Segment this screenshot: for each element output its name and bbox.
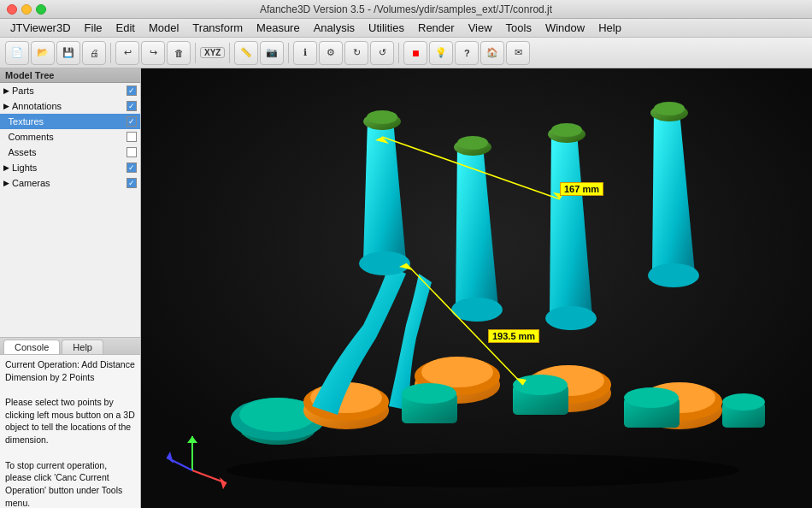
traffic-lights <box>0 4 46 15</box>
screenshot-button[interactable]: 📷 <box>260 41 284 65</box>
assets-checkbox[interactable] <box>127 147 137 157</box>
tree-item-textures[interactable]: Textures ✓ <box>0 114 140 129</box>
annotations-arrow: ▶ <box>3 102 9 110</box>
console-tabs: Console Help <box>0 338 140 355</box>
main-layout: Model Tree ▶ Parts ✓ ▶ Annotations ✓ Tex… <box>0 68 812 508</box>
annotations-label: Annotations <box>12 101 127 111</box>
comments-label: Comments <box>9 132 127 142</box>
sep1 <box>110 43 111 63</box>
textures-label: Textures <box>9 116 127 127</box>
tree-item-annotations[interactable]: ▶ Annotations ✓ <box>0 98 140 114</box>
open-button[interactable]: 📂 <box>31 41 55 65</box>
close-button[interactable] <box>7 4 17 15</box>
tree-item-comments[interactable]: Comments <box>0 129 140 145</box>
menu-window[interactable]: Window <box>538 20 591 36</box>
menu-render[interactable]: Render <box>411 20 462 36</box>
menu-tools[interactable]: Tools <box>499 20 538 36</box>
3d-scene <box>141 68 812 508</box>
lights-label: Lights <box>12 162 127 173</box>
save-button[interactable]: 💾 <box>56 41 80 65</box>
minimize-button[interactable] <box>21 4 32 15</box>
parts-checkbox[interactable]: ✓ <box>127 86 137 96</box>
mail-button[interactable]: ✉ <box>506 41 530 65</box>
window-title: Afanche3D Version 3.5 - /Volumes/ydir/sa… <box>260 3 552 15</box>
maximize-button[interactable] <box>36 4 46 15</box>
dimension-label-167: 167 mm <box>560 182 603 196</box>
comments-arrow <box>3 133 6 141</box>
comments-checkbox[interactable] <box>127 132 137 142</box>
undo-button[interactable]: ↩ <box>115 41 139 65</box>
menu-transform[interactable]: Transform <box>185 20 250 36</box>
menu-model[interactable]: Model <box>142 20 185 36</box>
measure-button[interactable]: 📏 <box>234 41 258 65</box>
question-button[interactable]: ? <box>455 41 479 65</box>
print-button[interactable]: 🖨 <box>82 41 106 65</box>
sep5 <box>398 43 399 63</box>
console-text: Current Operation: Add Distance Dimensio… <box>0 355 140 508</box>
stop-button[interactable]: ⏹ <box>403 41 427 65</box>
menu-analysis[interactable]: Analysis <box>307 20 362 36</box>
svg-point-26 <box>654 102 685 115</box>
svg-point-20 <box>457 136 488 150</box>
refresh-button[interactable]: ↻ <box>344 41 368 65</box>
svg-point-17 <box>367 110 397 124</box>
tab-help[interactable]: Help <box>62 340 103 354</box>
info-button[interactable]: ℹ <box>293 41 317 65</box>
assets-label: Assets <box>9 147 127 157</box>
console-line-3: To stop current operation, please click … <box>5 459 135 509</box>
menu-view[interactable]: View <box>462 20 499 36</box>
textures-checkbox[interactable]: ✓ <box>127 116 137 127</box>
console-line-1: Current Operation: Add Distance Dimensio… <box>5 358 135 383</box>
home-button[interactable]: 🏠 <box>480 41 504 65</box>
lights-checkbox[interactable]: ✓ <box>127 162 137 173</box>
menu-utilities[interactable]: Utilities <box>362 20 411 36</box>
svg-point-36 <box>227 453 739 487</box>
menu-help[interactable]: Help <box>591 20 628 36</box>
lights-arrow: ▶ <box>3 163 9 172</box>
cameras-label: Cameras <box>12 178 127 188</box>
svg-point-31 <box>513 375 568 395</box>
sep2 <box>195 43 196 63</box>
parts-arrow: ▶ <box>3 86 9 95</box>
tab-console[interactable]: Console <box>3 340 60 354</box>
svg-point-24 <box>545 306 597 330</box>
cameras-arrow: ▶ <box>3 179 9 187</box>
viewport[interactable]: 167 mm 193.5 mm <box>141 68 812 508</box>
dimension-label-193: 193.5 mm <box>488 329 539 343</box>
annotations-checkbox[interactable]: ✓ <box>127 101 137 111</box>
svg-point-33 <box>624 387 679 408</box>
svg-point-29 <box>402 383 456 404</box>
parts-label: Parts <box>12 86 127 96</box>
menu-edit[interactable]: Edit <box>109 20 142 36</box>
svg-point-9 <box>421 357 493 387</box>
menu-measure[interactable]: Measure <box>250 20 307 36</box>
assets-arrow <box>3 148 6 157</box>
svg-point-27 <box>648 263 699 287</box>
tree-item-lights[interactable]: ▶ Lights ✓ <box>0 160 140 175</box>
cameras-checkbox[interactable]: ✓ <box>127 178 137 188</box>
toolbar: 📄 📂 💾 🖨 ↩ ↪ 🗑 XYZ 📏 📷 ℹ ⚙ ↻ ↺ ⏹ 💡 ? 🏠 ✉ <box>0 38 812 68</box>
tree-item-assets[interactable]: Assets <box>0 145 140 160</box>
light-button[interactable]: 💡 <box>429 41 453 65</box>
console-area: Console Help Current Operation: Add Dist… <box>0 337 140 508</box>
xyz-label[interactable]: XYZ <box>200 47 225 58</box>
settings-button[interactable]: ⚙ <box>319 41 343 65</box>
svg-point-18 <box>359 251 410 275</box>
svg-point-23 <box>551 123 582 137</box>
new-button[interactable]: 📄 <box>5 41 29 65</box>
sep4 <box>288 43 289 63</box>
menubar: JTViewer3D File Edit Model Transform Mea… <box>0 19 812 38</box>
delete-button[interactable]: 🗑 <box>167 41 191 65</box>
console-line-2: Please select two points by clicking lef… <box>5 396 135 446</box>
refresh2-button[interactable]: ↺ <box>370 41 394 65</box>
tree-item-parts[interactable]: ▶ Parts ✓ <box>0 83 140 98</box>
titlebar: Afanche3D Version 3.5 - /Volumes/ydir/sa… <box>0 0 812 19</box>
menu-file[interactable]: File <box>78 20 109 36</box>
left-panel: Model Tree ▶ Parts ✓ ▶ Annotations ✓ Tex… <box>0 68 141 508</box>
tree-item-cameras[interactable]: ▶ Cameras ✓ <box>0 175 140 191</box>
textures-arrow <box>3 117 6 126</box>
menu-jtviewer3d[interactable]: JTViewer3D <box>3 20 78 36</box>
redo-button[interactable]: ↪ <box>141 41 165 65</box>
model-tree-header: Model Tree <box>0 68 140 83</box>
tree-area: ▶ Parts ✓ ▶ Annotations ✓ Textures ✓ Com… <box>0 83 140 337</box>
